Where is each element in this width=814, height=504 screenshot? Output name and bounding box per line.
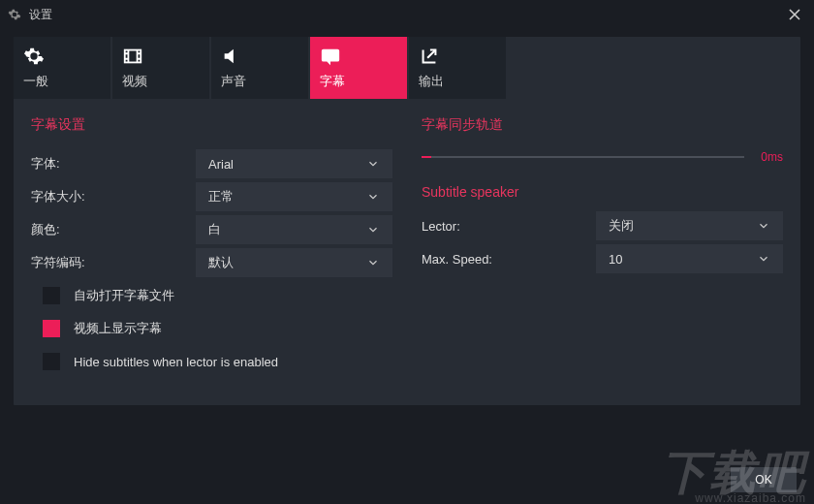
font-label: 字体: [31,155,196,173]
encoding-select[interactable]: 默认 [196,248,392,277]
size-value: 正常 [208,188,234,205]
svg-rect-0 [125,50,141,63]
tab-audio-label: 声音 [221,73,246,90]
tab-output-label: 输出 [419,73,444,90]
checkbox-checked-icon [43,320,60,337]
chevron-down-icon [366,223,380,236]
sync-slider-value: 0ms [754,150,783,164]
tab-output[interactable]: 输出 [409,37,506,99]
hide-when-lector-label: Hide subtitles when lector is enabled [74,355,278,369]
chevron-down-icon [757,252,770,266]
auto-open-checkbox-row[interactable]: 自动打开字幕文件 [31,279,392,312]
lector-value: 关闭 [609,217,634,235]
lector-select[interactable]: 关闭 [596,211,783,240]
ok-button[interactable]: OK [731,467,797,492]
speaker-icon [221,46,242,67]
size-select[interactable]: 正常 [196,182,392,211]
tab-video[interactable]: 视频 [112,37,209,99]
maxspeed-value: 10 [609,252,622,267]
speech-bubble-icon [320,46,341,67]
color-label: 颜色: [31,221,196,238]
gear-icon [8,8,21,21]
show-on-video-label: 视频上显示字幕 [74,320,162,337]
sync-track-title: 字幕同步轨道 [422,116,783,134]
chevron-down-icon [366,256,380,269]
watermark-url: www.xiazaiba.com [661,492,806,504]
chevron-down-icon [757,219,770,233]
auto-open-label: 自动打开字幕文件 [74,287,174,304]
close-button[interactable] [783,5,806,24]
font-select[interactable]: Arial [196,149,392,178]
encoding-value: 默认 [208,254,234,271]
encoding-label: 字符编码: [31,254,196,271]
maxspeed-select[interactable]: 10 [596,244,783,273]
tab-general-label: 一般 [23,73,48,90]
hide-when-lector-checkbox-row[interactable]: Hide subtitles when lector is enabled [31,345,392,378]
window-title: 设置 [29,7,52,23]
size-label: 字体大小: [31,188,196,205]
chevron-down-icon [366,157,380,171]
tab-subtitle-label: 字幕 [320,73,345,90]
color-value: 白 [208,221,221,238]
show-on-video-checkbox-row[interactable]: 视频上显示字幕 [31,312,392,345]
lector-label: Lector: [422,219,596,234]
export-icon [419,46,440,67]
tab-subtitle[interactable]: 字幕 [310,37,407,99]
checkbox-unchecked-icon [43,353,60,370]
subtitle-settings-title: 字幕设置 [31,116,392,134]
checkbox-unchecked-icon [43,287,60,304]
tab-general[interactable]: 一般 [14,37,110,99]
subtitle-speaker-title: Subtitle speaker [422,184,783,200]
close-icon [789,9,800,20]
color-select[interactable]: 白 [196,215,392,244]
tab-audio[interactable]: 声音 [211,37,308,99]
maxspeed-label: Max. Speed: [422,252,596,267]
gear-icon [23,46,45,67]
tab-video-label: 视频 [122,73,147,90]
font-value: Arial [208,157,234,172]
chevron-down-icon [366,190,380,204]
film-icon [122,46,143,67]
sync-slider[interactable] [422,147,744,167]
